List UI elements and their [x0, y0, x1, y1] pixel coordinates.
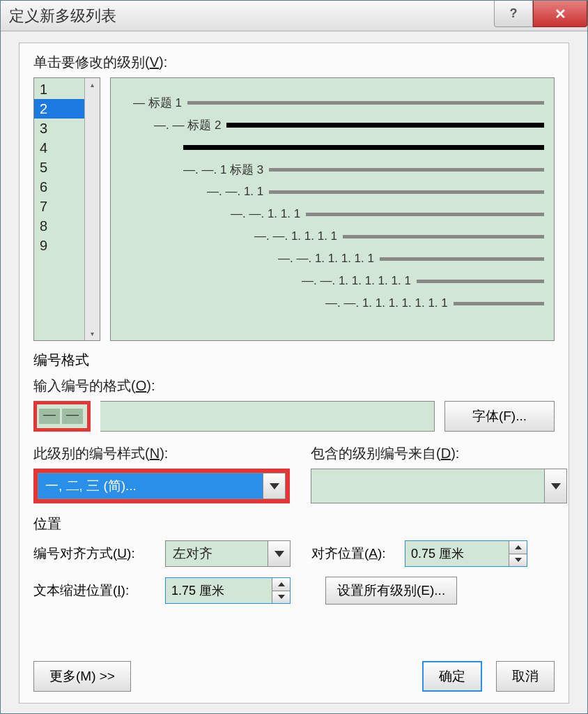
scroll-down-icon[interactable]: ▾ [91, 330, 94, 337]
indent-accel: I [117, 583, 121, 598]
align-text: 编号对齐方式 [33, 546, 113, 561]
align-pos-spinner[interactable]: 0.75 厘米 [405, 540, 527, 567]
preview-bar [343, 235, 544, 238]
preview-line: —. —. 1. 1. 1 [121, 206, 544, 222]
level-scrollbar[interactable]: ▴ ▾ [84, 78, 100, 340]
number-style-value: 一, 二, 三 (简)... [38, 473, 263, 499]
preview-line: —. — 标题 2 [121, 117, 544, 132]
style-text: 此级别的编号样式 [33, 446, 145, 461]
close-button[interactable]: ✕ [533, 1, 587, 27]
preview-number: —. —. 1. 1. 1. 1. 1 [278, 252, 374, 266]
preview-bar [269, 190, 544, 194]
preview-bar [380, 257, 544, 261]
include-level-combo[interactable] [311, 469, 567, 503]
align-pos-up[interactable] [509, 541, 527, 554]
preview-line: —. —. 1. 1. 1. 1. 1. 1 [121, 273, 544, 289]
include-level-value [311, 469, 544, 503]
number-style-combo[interactable]: 一, 二, 三 (简)... [38, 473, 286, 499]
format-input[interactable] [100, 401, 435, 432]
preview-number: —. —. 1. 1. 1. 1. 1. 1. 1 [325, 296, 448, 310]
indent-text: 文本缩进位置 [33, 583, 113, 598]
include-text: 包含的级别编号来自 [311, 446, 436, 461]
more-button[interactable]: 更多(M) >> [33, 661, 131, 692]
include-level-dropdown-button[interactable] [544, 469, 566, 503]
indent-label: 文本缩进位置(I): [33, 582, 155, 600]
preview-number: —. —. 1. 1 [207, 185, 263, 199]
chevron-up-icon [278, 582, 285, 586]
click-level-accel: V [150, 54, 159, 70]
preview-line: — 标题 1 [121, 95, 544, 110]
format-field-part1[interactable] [39, 409, 60, 424]
style-label: 此级别的编号样式(N): [33, 444, 290, 463]
dialog-body: 单击要修改的级别(V): 123456789 ▴ ▾ — 标题 1—. — 标题… [19, 43, 569, 704]
titlebar: 定义新多级列表 ? ✕ [1, 1, 587, 31]
help-button[interactable]: ? [494, 1, 533, 27]
style-highlight: 一, 二, 三 (简)... [33, 469, 290, 503]
preview-line: —. —. 1. 1. 1. 1. 1 [121, 251, 544, 266]
include-label: 包含的级别编号来自(D): [311, 444, 567, 463]
click-level-label: 单击要修改的级别(V): [33, 53, 555, 72]
indent-down[interactable] [272, 591, 290, 604]
align-value: 左对齐 [166, 541, 268, 566]
preview-bar [183, 145, 544, 150]
number-format-section: 编号格式 [33, 351, 555, 370]
preview-line: —. —. 1 标题 3 [121, 162, 544, 177]
align-pos-text: 对齐位置 [311, 546, 364, 561]
preview-number: —. —. 1. 1. 1. 1 [254, 229, 337, 243]
preview-bar [226, 123, 544, 128]
font-button[interactable]: 字体(F)... [444, 401, 555, 432]
chevron-up-icon [515, 545, 522, 549]
chevron-down-icon [551, 483, 561, 489]
chevron-down-icon [270, 483, 279, 489]
preview-number: —. —. 1. 1. 1 [231, 207, 300, 221]
align-pos-accel: A [369, 546, 378, 561]
align-dropdown-button[interactable] [268, 541, 290, 566]
cancel-button[interactable]: 取消 [496, 661, 555, 692]
enter-format-label: 输入编号的格式(O): [33, 377, 555, 395]
number-style-dropdown-button[interactable] [263, 473, 285, 499]
position-section: 位置 [33, 515, 555, 533]
preview-number: —. —. 1. 1. 1. 1. 1. 1 [302, 274, 411, 288]
format-field-part2[interactable] [62, 409, 83, 424]
align-pos-down[interactable] [509, 554, 527, 567]
indent-up[interactable] [272, 578, 290, 591]
chevron-down-icon [274, 551, 284, 557]
preview-bar [454, 302, 544, 305]
click-level-text: 单击要修改的级别 [33, 54, 145, 70]
align-pos-value: 0.75 厘米 [405, 541, 509, 566]
style-accel: N [150, 446, 160, 461]
dialog-window: 定义新多级列表 ? ✕ 单击要修改的级别(V): 123456789 ▴ ▾ —… [0, 0, 588, 714]
align-combo[interactable]: 左对齐 [165, 540, 291, 567]
indent-spinner[interactable]: 1.75 厘米 [165, 577, 291, 604]
preview-bar [306, 213, 544, 216]
preview-line: —. —. 1. 1. 1. 1. 1. 1. 1 [121, 296, 544, 311]
set-all-levels-button[interactable]: 设置所有级别(E)... [325, 577, 457, 605]
enter-format-text: 输入编号的格式 [33, 378, 131, 393]
indent-value: 1.75 厘米 [166, 578, 272, 603]
ok-button[interactable]: 确定 [422, 661, 482, 692]
align-accel: U [117, 546, 127, 561]
include-accel: D [441, 446, 451, 461]
preview-number: — 标题 1 [133, 95, 182, 111]
align-pos-label: 对齐位置(A): [311, 545, 395, 563]
preview-bar [187, 101, 544, 105]
level-listbox[interactable]: 123456789 ▴ ▾ [33, 77, 100, 341]
chevron-down-icon [515, 558, 522, 562]
format-highlight [33, 401, 91, 432]
preview-line: —. —. 1. 1. 1. 1 [121, 229, 544, 244]
preview-bar [417, 280, 544, 283]
preview-number: —. — 标题 2 [154, 117, 221, 133]
preview-line [121, 139, 544, 155]
enter-format-accel: O [136, 378, 147, 393]
preview-bar [269, 168, 544, 172]
dialog-title: 定义新多级列表 [9, 6, 116, 26]
chevron-down-icon [278, 595, 285, 599]
align-label: 编号对齐方式(U): [33, 545, 155, 563]
preview-pane: — 标题 1—. — 标题 2—. —. 1 标题 3—. —. 1. 1—. … [110, 77, 555, 341]
preview-line: —. —. 1. 1 [121, 184, 544, 199]
preview-number: —. —. 1 标题 3 [183, 162, 263, 178]
scroll-up-icon[interactable]: ▴ [91, 81, 94, 89]
